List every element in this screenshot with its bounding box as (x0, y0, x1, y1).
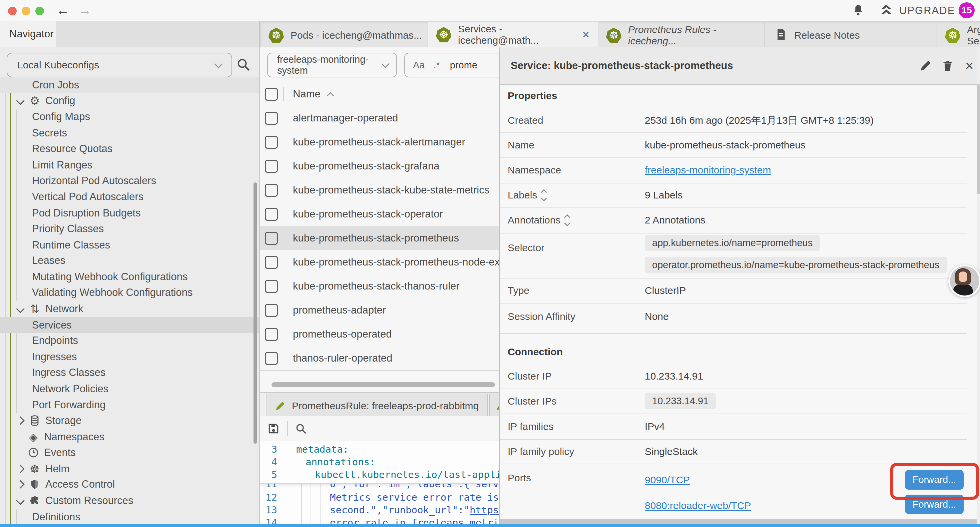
upgrade-label[interactable]: UPGRADE (899, 5, 955, 17)
expand-collapse-icon[interactable] (565, 215, 570, 226)
tab-navigator[interactable]: Navigator (0, 21, 56, 47)
tab-prometheus-rules[interactable]: ☸ Prometheus Rules - icecheng... (598, 23, 765, 47)
table-row[interactable]: kube-prometheus-stack-grafana (260, 154, 500, 179)
row-checkbox[interactable] (265, 112, 278, 125)
expand-collapse-icon[interactable] (542, 190, 546, 201)
sidebar-item-vertical-pod-autoscalers[interactable]: Vertical Pod Autoscalers (0, 189, 260, 205)
sidebar-item-secrets[interactable]: Secrets (0, 125, 260, 141)
close-window-button[interactable] (8, 7, 17, 15)
table-row-selected[interactable]: kube-prometheus-stack-prometheus (260, 226, 500, 251)
row-checkbox[interactable] (265, 232, 278, 245)
sidebar-item-leases[interactable]: Leases (0, 253, 260, 269)
table-row[interactable]: prometheus-operated (260, 322, 500, 347)
sidebar-item-port-forwarding[interactable]: Port Forwarding (0, 397, 260, 413)
sidebar-item-mutating-webhook-configurations[interactable]: Mutating Webhook Configurations (0, 269, 260, 285)
row-checkbox[interactable] (265, 280, 278, 293)
minimize-window-button[interactable] (22, 7, 30, 15)
sidebar-item-horizontal-pod-autoscalers[interactable]: Horizontal Pod Autoscalers (0, 173, 260, 189)
sidebar-item-events[interactable]: Events (0, 444, 260, 461)
namespace-link[interactable]: freeleaps-monitoring-system (645, 164, 771, 175)
tab-release-notes[interactable]: Release Notes (765, 23, 937, 47)
row-checkbox[interactable] (265, 136, 278, 149)
tab-prometheusrule-editor[interactable]: PrometheusRule: freeleaps-prod-rabbitmq (267, 393, 488, 417)
sidebar-group-custom-resources[interactable]: Custom Resources (0, 493, 259, 509)
match-case-toggle[interactable]: Aa (413, 60, 425, 71)
search-icon[interactable] (294, 422, 307, 436)
sidebar-item-ingresses[interactable]: Ingresses (0, 349, 260, 365)
port-link-8080[interactable]: 8080:reloader-web/TCP (645, 500, 751, 511)
row-checkbox[interactable] (265, 160, 278, 173)
namespace-selector[interactable]: freeleaps-monitoring-system (267, 53, 397, 77)
sidebar-item-pod-disruption-budgets[interactable]: Pod Disruption Budgets (0, 205, 260, 221)
sidebar-item-definitions[interactable]: Definitions (0, 509, 260, 525)
sidebar-item-services[interactable]: Services (0, 317, 260, 333)
table-row[interactable]: kube-prometheus-stack-operator (260, 202, 500, 227)
sidebar-item-limit-ranges[interactable]: Limit Ranges (0, 157, 260, 173)
url-link[interactable]: https://net (470, 504, 500, 516)
tab-argo[interactable]: ☸ Argo Se (937, 23, 980, 47)
table-row[interactable]: kube-prometheus-stack-kube-state-metrics (260, 178, 500, 203)
sidebar-group-network[interactable]: ⇅ Network (0, 301, 259, 317)
editor-toolbar (260, 416, 500, 442)
sidebar-item-endpoints[interactable]: Endpoints (0, 333, 260, 349)
sidebar-item-cron-jobs[interactable]: Cron Jobs (0, 77, 260, 93)
tab-pods[interactable]: ☸ Pods - icecheng@mathmas... (260, 23, 428, 47)
sidebar-item-runtime-classes[interactable]: Runtime Classes (0, 237, 260, 253)
sidebar-group-access-control[interactable]: Access Control (0, 476, 259, 492)
properties-heading: Properties (508, 90, 557, 101)
row-checkbox[interactable] (265, 184, 278, 197)
sidebar-group-storage[interactable]: Storage (0, 412, 259, 428)
sidebar-item-config-maps[interactable]: Config Maps (0, 109, 260, 125)
property-row-ip-family-policy: IP family policy SingleStack (500, 439, 967, 464)
sidebar-item-priority-classes[interactable]: Priority Classes (0, 221, 260, 237)
sidebar-group-helm[interactable]: ☸ Helm (0, 461, 259, 477)
sidebar-item-ingress-classes[interactable]: Ingress Classes (0, 365, 260, 381)
table-row[interactable]: kube-prometheus-stack-alertmanager (260, 130, 500, 155)
row-checkbox[interactable] (265, 352, 278, 365)
table-row[interactable]: kube-prometheus-stack-prometheus-node-ex… (260, 250, 500, 275)
regex-toggle[interactable]: .* (433, 60, 440, 71)
notifications-bell-icon[interactable] (851, 3, 865, 19)
sidebar-item-validating-webhook-configurations[interactable]: Validating Webhook Configurations (0, 285, 260, 301)
sidebar-item-namespaces[interactable]: ◈ Namespaces (0, 429, 260, 445)
back-button[interactable]: ← (56, 2, 69, 18)
row-checkbox[interactable] (265, 304, 278, 317)
property-row-cluster-ip: Cluster IP 10.233.14.91 (500, 363, 967, 389)
code-line: 12 Metrics service error rate is {{ $va (260, 491, 500, 504)
close-tab-icon[interactable]: × (582, 28, 589, 42)
row-checkbox[interactable] (265, 328, 278, 341)
sidebar-group-config[interactable]: ⚙ Config (0, 93, 259, 109)
edit-pencil-icon[interactable] (917, 57, 934, 74)
upgrade-icon[interactable] (878, 3, 894, 19)
sidebar-item-network-policies[interactable]: Network Policies (0, 381, 260, 397)
table-row[interactable]: kube-prometheus-stack-thanos-ruler (260, 274, 500, 299)
search-filter-input[interactable]: Aa .* prome (404, 53, 500, 77)
select-all-checkbox[interactable] (265, 88, 278, 101)
close-drawer-icon[interactable]: × (961, 57, 978, 74)
sidebar-item-resource-quotas[interactable]: Resource Quotas (0, 141, 260, 157)
port-link-9090[interactable]: 9090/TCP (645, 474, 690, 486)
kubeconfig-selector[interactable]: Local Kubeconfigs (7, 53, 232, 77)
annotation-highlight-box (890, 463, 979, 500)
row-checkbox[interactable] (265, 256, 278, 269)
table-row[interactable]: prometheus-adapter (260, 298, 500, 323)
tab-services[interactable]: ☸ Services - icecheng@math... × (428, 22, 598, 47)
table-row[interactable]: alertmanager-operated (260, 106, 500, 131)
sort-ascending-icon[interactable] (327, 92, 334, 99)
search-icon[interactable] (235, 57, 251, 73)
sidebar-scrollbar[interactable] (253, 182, 257, 444)
save-icon[interactable] (267, 422, 280, 436)
maximize-window-button[interactable] (35, 7, 44, 15)
horizontal-scrollbar[interactable] (272, 382, 495, 387)
tab-editor-partial[interactable] (489, 393, 500, 417)
notification-count-badge[interactable]: 15 (959, 2, 975, 18)
table-row[interactable]: thanos-ruler-operated (260, 346, 500, 371)
avatar[interactable] (948, 264, 980, 297)
forward-button[interactable]: → (78, 2, 91, 18)
row-checkbox[interactable] (265, 208, 278, 221)
kubernetes-icon: ☸ (945, 28, 960, 43)
delete-trash-icon[interactable] (939, 57, 956, 74)
yaml-editor[interactable]: 11 0","for":"1m","labels":{"service":" 3… (260, 441, 500, 527)
name-column-header[interactable]: Name (293, 88, 321, 100)
drawer-scrollbar[interactable] (977, 84, 980, 194)
